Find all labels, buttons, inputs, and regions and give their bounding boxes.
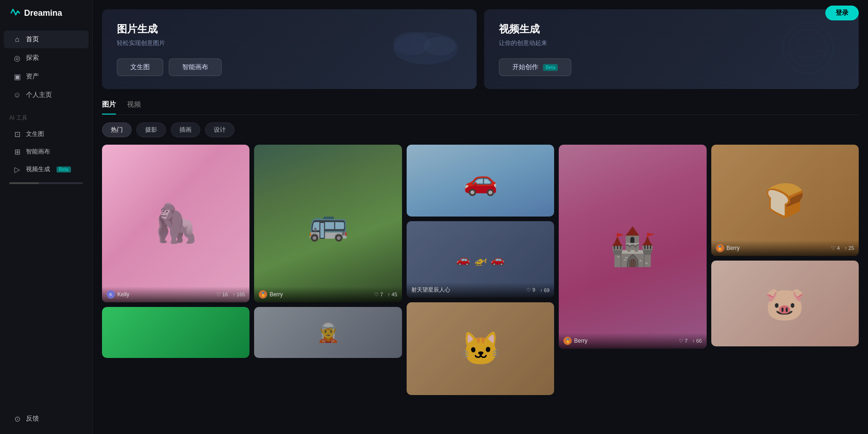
- stats-building: ♡ 7 ↑ 66: [679, 338, 702, 344]
- nav-item-feedback[interactable]: ⊙ 反馈: [4, 410, 89, 428]
- gallery-item-green[interactable]: [102, 307, 249, 358]
- stats-cars: ♡ 9 ↑ 69: [526, 287, 549, 293]
- logo-icon: [9, 7, 20, 19]
- stats-bread: ♡ 4 ↑ 25: [831, 245, 854, 251]
- likes-bread: ♡ 4: [831, 245, 840, 251]
- gallery-item-cat[interactable]: 🐱: [407, 302, 554, 395]
- author-berry-bread: 🏅 Berry: [716, 244, 740, 252]
- gallery-item-camper[interactable]: 🚌 🏅 Berry ♡ 7 ↑ 45: [254, 145, 402, 302]
- cars-label: 射天望星辰人心: [411, 286, 450, 294]
- start-create-btn[interactable]: 开始创作 Beta: [499, 58, 571, 76]
- svg-point-4: [789, 30, 826, 67]
- login-button[interactable]: 登录: [825, 6, 859, 20]
- tool-label-canvas: 智能画布: [26, 147, 50, 156]
- gallery-item-woman[interactable]: 🧝: [254, 307, 402, 358]
- shares-building: ↑ 66: [692, 338, 702, 344]
- gallery-item-pink-building[interactable]: 🏰 🏅 Berry ♡ 7 ↑ 66: [559, 145, 706, 349]
- likes-cars: ♡ 9: [526, 287, 535, 293]
- author-berry-camper: 🏅 Berry: [259, 290, 283, 299]
- author-name-berry-building: Berry: [574, 338, 587, 344]
- text2img-hero-btn[interactable]: 文生图: [117, 58, 163, 76]
- svg-point-3: [782, 23, 833, 74]
- explore-icon: ◎: [13, 54, 21, 62]
- feedback-label: 反馈: [26, 415, 39, 423]
- profile-icon: ☺: [13, 91, 21, 99]
- hero-image-bg: [389, 25, 463, 73]
- sidebar: Dreamina ⌂ 首页 ◎ 探索 ▣ 资产 ☺ 个人主页 AI 工具 ⊡ 文…: [0, 0, 93, 434]
- hero-video-bg: [771, 20, 845, 78]
- avatar-kelly: K: [107, 290, 115, 299]
- ai-tools-label: AI 工具: [0, 108, 92, 125]
- logo-text: Dreamina: [24, 8, 62, 18]
- shares-bread: ↑ 25: [844, 245, 854, 251]
- nav-item-profile[interactable]: ☺ 个人主页: [4, 86, 89, 104]
- tool-video[interactable]: ▷ 视频生成 Beta: [4, 161, 89, 178]
- gallery-item-footer-building: 🏅 Berry ♡ 7 ↑ 66: [559, 333, 706, 349]
- video-icon: ▷: [13, 165, 21, 173]
- nav-label-assets: 资产: [26, 72, 39, 81]
- author-berry-building: 🏅 Berry: [563, 337, 587, 345]
- tool-canvas[interactable]: ⊞ 智能画布: [4, 143, 89, 160]
- shares-monkey: ↑ 165: [232, 292, 245, 298]
- gallery-item-footer-bread: 🏅 Berry ♡ 4 ↑ 25: [711, 240, 859, 256]
- author-kelly: K Kelly: [107, 290, 129, 299]
- gallery-item-footer-monkey: K Kelly ♡ 16 ↑ 165: [102, 287, 249, 302]
- avatar-berry-camper: 🏅: [259, 290, 267, 299]
- canvas-hero-btn[interactable]: 智能画布: [169, 58, 222, 76]
- shares-cars: ↑ 69: [540, 287, 549, 293]
- avatar-berry-building: 🏅: [563, 337, 572, 345]
- logo: Dreamina: [0, 0, 92, 26]
- nav-item-assets[interactable]: ▣ 资产: [4, 68, 89, 85]
- hero-video-card: 视频生成 让你的创意动起来 开始创作 Beta: [484, 9, 859, 89]
- nav-label-explore: 探索: [26, 54, 39, 62]
- cars-text: 射天望星辰人心: [411, 286, 450, 294]
- assets-icon: ▣: [13, 72, 21, 81]
- nav-item-explore[interactable]: ◎ 探索: [4, 49, 89, 67]
- scrollbar-thumb: [9, 182, 39, 184]
- svg-point-6: [782, 39, 833, 57]
- gallery-col-4: 🏰 🏅 Berry ♡ 7 ↑ 66: [559, 145, 706, 349]
- text2img-icon: ⊡: [13, 130, 21, 138]
- gallery-item-car[interactable]: 🚗: [407, 145, 554, 217]
- header-bar: 登录: [816, 0, 868, 26]
- likes-camper: ♡ 7: [374, 292, 383, 298]
- hero-beta-badge: Beta: [543, 64, 558, 71]
- gallery-item-footer-camper: 🏅 Berry ♡ 7 ↑ 45: [254, 287, 402, 302]
- stats-camper: ♡ 7 ↑ 45: [374, 292, 397, 298]
- gallery-col-1: 🦍 K Kelly ♡ 16 ↑ 165: [102, 145, 249, 358]
- filter-photo[interactable]: 摄影: [136, 122, 166, 137]
- nav-item-home[interactable]: ⌂ 首页: [4, 31, 89, 48]
- gallery-item-bread[interactable]: 🍞 🏅 Berry ♡ 4 ↑ 25: [711, 145, 859, 256]
- start-create-label: 开始创作: [512, 63, 538, 70]
- shares-camper: ↑ 45: [388, 292, 397, 298]
- author-name-berry-camper: Berry: [269, 291, 283, 298]
- tool-label-text2img: 文生图: [26, 130, 44, 138]
- tool-text2img[interactable]: ⊡ 文生图: [4, 126, 89, 142]
- svg-point-2: [423, 37, 456, 55]
- filter-hot[interactable]: 热门: [102, 122, 132, 137]
- tab-video[interactable]: 视频: [127, 100, 141, 115]
- gallery-item-cars-collage[interactable]: 🚗 🚁 🚗 射天望星辰人心 ♡ 9 ↑ 69: [407, 221, 554, 298]
- likes-monkey: ♡ 16: [216, 292, 228, 298]
- filter-bar: 热门 摄影 插画 设计: [102, 122, 859, 137]
- content-tabs: 图片 视频: [102, 100, 859, 115]
- tab-image[interactable]: 图片: [102, 100, 116, 115]
- hero-section: 图片生成 轻松实现创意图片 文生图 智能画布 视频生成 让你的创意动起来 开始创…: [102, 9, 859, 89]
- filter-design[interactable]: 设计: [205, 122, 235, 137]
- gallery-col-5: 🍞 🏅 Berry ♡ 4 ↑ 25 🐷: [711, 145, 859, 346]
- nav-label-home: 首页: [26, 35, 39, 44]
- avatar-berry-bread: 🏅: [716, 244, 724, 252]
- video-beta-badge: Beta: [57, 166, 71, 172]
- gallery-item-footer-cars: 射天望星辰人心 ♡ 9 ↑ 69: [407, 282, 554, 298]
- gallery: 🦍 K Kelly ♡ 16 ↑ 165: [102, 145, 859, 395]
- svg-point-5: [796, 37, 819, 60]
- author-name-kelly: Kelly: [117, 291, 129, 298]
- gallery-item-monkey[interactable]: 🦍 K Kelly ♡ 16 ↑ 165: [102, 145, 249, 302]
- likes-building: ♡ 7: [679, 338, 688, 344]
- home-icon: ⌂: [13, 35, 21, 44]
- filter-illustration[interactable]: 插画: [171, 122, 200, 137]
- scrollbar[interactable]: [9, 182, 83, 184]
- nav-label-profile: 个人主页: [26, 91, 52, 99]
- gallery-item-pig[interactable]: 🐷: [711, 261, 859, 346]
- feedback-icon: ⊙: [13, 415, 21, 423]
